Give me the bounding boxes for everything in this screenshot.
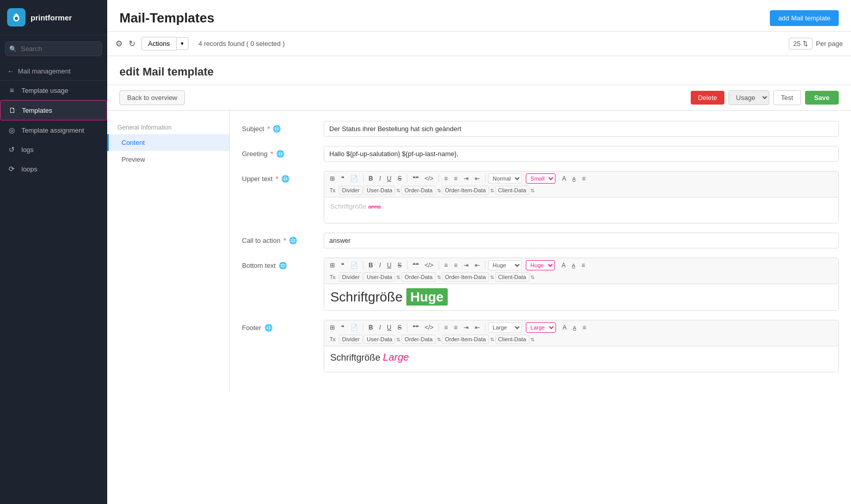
rte-divider-btn[interactable]: Divider	[339, 335, 362, 344]
rte-userdata-arrow[interactable]: ⇅	[396, 274, 400, 280]
rte-font-color-btn[interactable]: A	[560, 322, 569, 333]
rte-ul-btn[interactable]: ≡	[451, 173, 460, 184]
rte-clientdata-arrow[interactable]: ⇅	[530, 274, 534, 280]
sidebar-item-template-usage[interactable]: ≡ Template usage	[0, 81, 107, 100]
footer-size-highlighted-select[interactable]: Large	[526, 322, 556, 333]
rte-orderitemdata-arrow[interactable]: ⇅	[490, 274, 494, 280]
rte-orderitemdata-arrow[interactable]: ⇅	[490, 337, 494, 342]
rte-table-icon[interactable]: ⊞	[327, 173, 337, 184]
rte-bg-color-btn[interactable]: A̲	[569, 261, 578, 270]
search-input[interactable]	[5, 41, 102, 56]
rte-code-btn[interactable]: </>	[422, 260, 436, 270]
rte-orderdata-btn[interactable]: Order-Data	[401, 335, 435, 344]
per-page-select[interactable]: 25 ⇅	[789, 38, 813, 49]
rte-align-btn[interactable]: ≡	[580, 322, 589, 333]
rte-ol-btn[interactable]: ≡	[442, 322, 450, 333]
actions-button[interactable]: Actions	[141, 37, 177, 51]
usage-select[interactable]: Usage	[728, 90, 769, 105]
rte-strike-btn[interactable]: S	[395, 322, 404, 333]
rte-orderdata-btn[interactable]: Order-Data	[401, 272, 435, 282]
rte-orderdata-arrow[interactable]: ⇅	[437, 188, 441, 193]
rte-bold-btn[interactable]: B	[366, 322, 376, 333]
rte-divider-btn[interactable]: Divider	[339, 272, 362, 282]
rte-orderdata-btn[interactable]: Order-Data	[401, 186, 435, 195]
rte-quote-icon[interactable]: ❝	[338, 322, 347, 333]
rte-orderitemdata-arrow[interactable]: ⇅	[490, 188, 494, 193]
rte-clientdata-btn[interactable]: Client-Data	[495, 186, 529, 195]
greeting-input[interactable]	[324, 146, 839, 162]
rte-blockquote-btn[interactable]: ❝❝	[410, 322, 421, 333]
rte-orderdata-arrow[interactable]: ⇅	[437, 274, 441, 280]
rte-userdata-btn[interactable]: User-Data	[363, 335, 395, 344]
rte-indent-btn[interactable]: ⇥	[461, 173, 471, 184]
upper-font-size-select[interactable]: Normal Small Large Huge	[488, 173, 522, 184]
rte-italic-btn[interactable]: I	[377, 260, 383, 270]
back-nav[interactable]: ← Mail management	[0, 62, 107, 81]
rte-userdata-btn[interactable]: User-Data	[363, 272, 395, 282]
rte-userdata-arrow[interactable]: ⇅	[396, 188, 400, 193]
rte-doc-icon[interactable]: 📄	[348, 173, 360, 184]
rte-bold-btn[interactable]: B	[366, 173, 376, 184]
actions-arrow-button[interactable]: ▾	[177, 37, 188, 50]
rte-blockquote-btn[interactable]: ❝❝	[410, 173, 421, 184]
rte-orderdata-arrow[interactable]: ⇅	[437, 337, 441, 342]
rte-bold-btn[interactable]: B	[366, 260, 376, 270]
rte-bg-color-btn[interactable]: A̲	[570, 323, 579, 332]
rte-quote-icon[interactable]: ❝	[338, 173, 347, 184]
rte-italic-btn[interactable]: I	[377, 322, 383, 333]
upper-size-highlighted-select[interactable]: Small	[526, 173, 555, 184]
rte-strike-btn[interactable]: S	[395, 260, 404, 270]
rte-underline-btn[interactable]: U	[384, 322, 394, 333]
rte-code-btn[interactable]: </>	[422, 322, 436, 333]
rte-italic-btn[interactable]: I	[377, 173, 383, 184]
delete-button[interactable]: Delete	[691, 91, 724, 105]
rte-clearformat-btn[interactable]: Tx	[327, 273, 338, 282]
cta-input[interactable]	[324, 233, 839, 248]
rte-ul-btn[interactable]: ≡	[451, 322, 460, 333]
rte-clientdata-arrow[interactable]: ⇅	[530, 337, 534, 342]
rte-orderitemdata-btn[interactable]: Order-Item-Data	[442, 186, 489, 195]
settings-icon[interactable]: ⚙	[115, 39, 123, 48]
rte-clientdata-arrow[interactable]: ⇅	[530, 188, 534, 193]
rte-orderitemdata-btn[interactable]: Order-Item-Data	[442, 272, 489, 282]
rte-outdent-btn[interactable]: ⇤	[472, 173, 482, 184]
footer-font-size-select[interactable]: Normal Small Large Huge	[488, 322, 522, 333]
sidebar-item-templates[interactable]: 🗋 Templates	[0, 100, 107, 120]
rte-orderitemdata-btn[interactable]: Order-Item-Data	[442, 335, 489, 344]
sidebar-item-loops[interactable]: ⟳ loops	[0, 159, 107, 179]
rte-doc-icon[interactable]: 📄	[348, 260, 360, 270]
nav-content-item[interactable]: Content	[107, 134, 229, 151]
subject-input[interactable]	[324, 121, 839, 137]
footer-rte-body[interactable]: Schriftgröße Large	[324, 346, 838, 372]
rte-font-color-btn[interactable]: A	[560, 173, 569, 184]
rte-ol-btn[interactable]: ≡	[442, 173, 450, 184]
save-button[interactable]: Save	[805, 91, 839, 105]
rte-ol-btn[interactable]: ≡	[442, 260, 450, 270]
nav-preview-item[interactable]: Preview	[107, 151, 229, 168]
sidebar-item-logs[interactable]: ↺ logs	[0, 140, 107, 159]
bottom-size-highlighted-select[interactable]: Huge	[526, 260, 555, 270]
rte-outdent-btn[interactable]: ⇤	[472, 322, 482, 333]
rte-underline-btn[interactable]: U	[384, 260, 394, 270]
rte-userdata-arrow[interactable]: ⇅	[396, 337, 400, 342]
rte-quote-icon[interactable]: ❝	[338, 260, 347, 270]
rte-bg-color-btn[interactable]: A̲	[570, 174, 578, 183]
rte-clearformat-btn[interactable]: Tx	[327, 335, 338, 344]
rte-blockquote-btn[interactable]: ❝❝	[410, 260, 421, 270]
rte-indent-btn[interactable]: ⇥	[461, 322, 471, 333]
sidebar-item-template-assignment[interactable]: ◎ Template assignment	[0, 120, 107, 140]
bottom-font-size-select[interactable]: Normal Small Large Huge	[488, 260, 522, 270]
upper-text-rte-body[interactable]: Schriftgröße anna	[324, 197, 838, 223]
rte-clientdata-btn[interactable]: Client-Data	[495, 335, 529, 344]
rte-underline-btn[interactable]: U	[384, 173, 394, 184]
rte-clearformat-btn[interactable]: Tx	[327, 186, 338, 195]
rte-table-icon[interactable]: ⊞	[327, 322, 337, 333]
bottom-text-rte-body[interactable]: Schriftgröße Huge	[324, 284, 838, 310]
rte-divider-btn[interactable]: Divider	[339, 186, 362, 195]
add-mail-template-button[interactable]: add Mail template	[770, 10, 839, 26]
back-to-overview-button[interactable]: Back to overview	[119, 90, 185, 105]
rte-align-btn[interactable]: ≡	[579, 173, 588, 184]
test-button[interactable]: Test	[773, 90, 801, 105]
rte-table-icon[interactable]: ⊞	[327, 260, 337, 270]
rte-userdata-btn[interactable]: User-Data	[363, 186, 395, 195]
